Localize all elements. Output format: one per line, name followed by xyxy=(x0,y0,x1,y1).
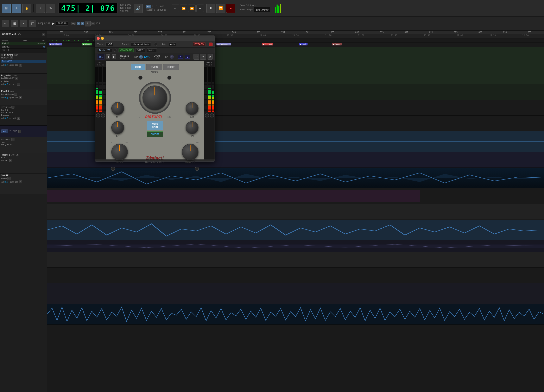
logo-area: Distinct! Distortion Unit xyxy=(145,155,165,163)
dly-btn[interactable]: Dly xyxy=(71,22,76,25)
bypass-btn[interactable]: BYPASS xyxy=(193,42,206,46)
prev-preset-btn[interactable]: ◀ xyxy=(106,54,111,59)
presets-label: PRESETS xyxy=(119,54,129,57)
undo-btn[interactable]: ↩ xyxy=(194,54,199,60)
kick-content xyxy=(47,188,544,204)
m-btn[interactable]: M xyxy=(81,22,84,25)
track-pan-btn[interactable]: + xyxy=(10,56,13,59)
transport-info: 470| 1| 000 470| 1| 000 0| 0| 000 xyxy=(120,3,131,13)
pencil-btn[interactable]: ✎ xyxy=(46,4,55,13)
rewind-btn[interactable]: ⏪ xyxy=(180,5,187,12)
add-vol[interactable]: + xyxy=(19,180,22,183)
input-indicator-r xyxy=(101,113,105,118)
marker-chorus2[interactable]: ● Chorus 2 xyxy=(262,43,273,45)
pause-btn[interactable]: ⏸ xyxy=(206,4,215,13)
record-btn[interactable]: ● xyxy=(226,4,235,13)
add-trigger[interactable]: + xyxy=(9,159,12,162)
track-trigger: Trigger 2 MON L/R KICK vol ◀ + xyxy=(0,153,47,173)
add-master[interactable]: + xyxy=(18,130,21,133)
nudge-btn[interactable]: Nudge xyxy=(146,8,153,11)
tempo-display[interactable]: 158.0000 xyxy=(254,7,271,12)
plugin-body: INPUT LRGR xyxy=(95,61,215,160)
preset-selector[interactable]: <factory default> xyxy=(131,42,151,46)
s-btn[interactable]: S xyxy=(77,22,80,25)
hpf-knob[interactable] xyxy=(186,121,198,134)
marker-chorus[interactable]: ▶ Chorus xyxy=(82,43,92,45)
mode-odd-btn[interactable]: ODD xyxy=(131,64,146,70)
input-knob[interactable] xyxy=(111,144,128,160)
track-add-lnd[interactable]: + xyxy=(15,77,18,80)
close-btn[interactable] xyxy=(97,37,100,40)
master-btn[interactable]: All xyxy=(1,130,8,133)
end-btn[interactable]: ⏭ xyxy=(196,5,204,12)
cursor-value: 603530 xyxy=(56,22,68,26)
tool-btn-3[interactable]: ✋ xyxy=(22,4,31,13)
rewind-start-btn[interactable]: ⏮ xyxy=(172,5,179,12)
tool-btn-1[interactable]: ⊞ xyxy=(2,4,11,13)
auto-gain-btn[interactable]: AUTO GAIN xyxy=(147,121,163,130)
a-btn[interactable]: A xyxy=(178,55,183,59)
io-btn[interactable]: ↔ xyxy=(2,20,9,27)
add-snare[interactable]: + xyxy=(7,177,11,180)
count-off-label: Count Off xyxy=(240,4,249,7)
next-preset-btn[interactable]: ▶ xyxy=(112,54,116,59)
add-v3[interactable]: + xyxy=(11,106,14,109)
marker-bridge[interactable]: ▶ Bridge xyxy=(332,43,342,45)
insert-proq[interactable]: Pro-Q 3 xyxy=(1,48,46,52)
insert-saturn[interactable]: Saturn 2 0.0 xyxy=(1,45,46,48)
track-view-btn[interactable]: ≡ xyxy=(20,20,27,27)
mode-even-btn[interactable]: EVEN xyxy=(146,64,162,70)
output-knob[interactable] xyxy=(182,144,198,160)
bar-817: 817 xyxy=(405,31,408,33)
track-add-bx2[interactable]: + xyxy=(17,83,20,86)
lf-knob[interactable] xyxy=(111,121,124,134)
settings-btn[interactable]: ⚙ xyxy=(91,22,95,25)
grid-btn[interactable]: Grid xyxy=(146,5,151,8)
add-distressor[interactable]: + xyxy=(17,117,20,119)
l1-content xyxy=(47,168,544,188)
marker-prechorus2[interactable]: ▶ PreChorus 2 xyxy=(216,43,231,45)
minimize-btn[interactable] xyxy=(101,37,104,40)
add-v4[interactable]: + xyxy=(11,138,14,141)
inserts-expand[interactable]: + xyxy=(42,33,45,36)
marker-hook2[interactable]: ▶ Hook xyxy=(299,43,307,45)
compare-btn[interactable]: COMPARE xyxy=(118,48,134,52)
sat-knob[interactable] xyxy=(186,102,198,115)
mix-knob[interactable] xyxy=(139,55,143,59)
redo-btn[interactable]: ↪ xyxy=(200,54,206,60)
settings-gear[interactable]: ⚙ xyxy=(207,54,213,60)
track-master: All 21 V P + xyxy=(0,125,47,137)
virtual4-content xyxy=(47,252,544,268)
mix-btn[interactable]: ⊞ xyxy=(11,20,18,27)
add-trim[interactable]: + xyxy=(19,96,22,99)
inst-selector[interactable]: INST xyxy=(105,42,113,46)
distort-knob[interactable] xyxy=(142,85,167,110)
on-off-btn[interactable]: ON/OFF xyxy=(147,131,163,137)
plugin-name-display[interactable]: Distinct V2 xyxy=(97,48,112,52)
marker-prechorus[interactable]: ▶ PreChorus xyxy=(49,43,62,45)
position-display[interactable]: 475| 2| 076 xyxy=(59,3,118,13)
lpf-knob[interactable] xyxy=(170,55,174,59)
volume-btn[interactable]: 🔊 xyxy=(134,4,143,13)
audio-btn[interactable]: ♪ xyxy=(36,4,45,13)
tempo-label: Tempo xyxy=(246,8,253,11)
fast-forward-btn[interactable]: ⏩ xyxy=(188,5,195,12)
clip-btn[interactable]: ◫ xyxy=(29,20,36,27)
safe-btn[interactable]: SAFE xyxy=(135,48,145,52)
insert-eq[interactable]: EQP-1A MON L/R xyxy=(1,42,46,45)
b-btn[interactable]: B xyxy=(185,55,190,59)
inserts-header: INSERTS A-E xyxy=(2,33,16,36)
compare-circle[interactable] xyxy=(154,42,157,46)
hf-knob[interactable] xyxy=(111,102,124,115)
track-add-bx1[interactable]: + xyxy=(19,64,22,66)
bottom-indicators xyxy=(109,167,201,171)
pencil-small-btn[interactable]: ✎ xyxy=(85,21,91,26)
tool-btn-2[interactable]: ✛ xyxy=(12,4,21,13)
mode-digit-btn[interactable]: DIGIT xyxy=(163,64,179,70)
loop-btn[interactable]: 🔁 xyxy=(216,4,225,13)
vol-bx1[interactable]: 0.0 xyxy=(5,64,8,66)
track-distinct[interactable]: Distinct V2 xyxy=(1,60,46,63)
auto-selector[interactable]: Auto xyxy=(169,42,176,46)
native-btn[interactable]: Native xyxy=(147,48,157,52)
add-pro-mb[interactable]: + xyxy=(14,93,17,96)
